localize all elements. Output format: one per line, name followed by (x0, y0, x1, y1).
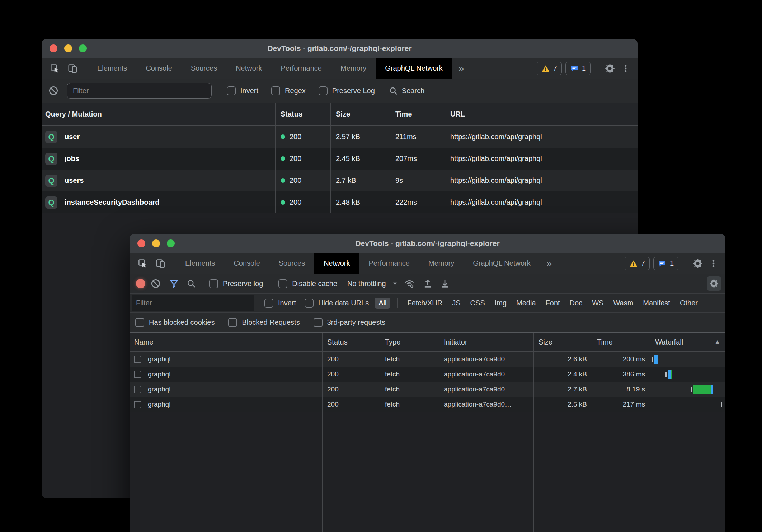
titlebar[interactable]: DevTools - gitlab.com/-/graphql-explorer (42, 39, 638, 58)
invert-checkbox-group[interactable]: Invert (264, 299, 296, 308)
preserve-log-checkbox-group[interactable]: Preserve Log (319, 86, 375, 95)
tab-elements[interactable]: Elements (176, 253, 224, 274)
close-button[interactable] (50, 44, 57, 52)
kebab-menu-icon[interactable] (707, 257, 720, 270)
warnings-badge[interactable]: 7 (625, 257, 650, 270)
column-header-name[interactable]: Name (130, 333, 322, 351)
table-row[interactable]: graphql 200 fetch application-a7ca9d0… 2… (130, 382, 725, 397)
tab-performance[interactable]: Performance (272, 58, 331, 79)
column-header-url[interactable]: URL (445, 103, 638, 125)
invert-checkbox[interactable] (227, 86, 236, 95)
device-toolbar-icon[interactable] (155, 257, 167, 270)
minimize-button[interactable] (64, 44, 72, 52)
record-button[interactable] (136, 279, 145, 288)
throttling-dropdown[interactable]: No throttling (347, 280, 398, 288)
type-filter-css[interactable]: CSS (470, 299, 485, 307)
network-settings-button[interactable] (707, 276, 721, 291)
column-header-time[interactable]: Time (592, 333, 650, 351)
table-row[interactable]: graphql 200 fetch application-a7ca9d0… 2… (130, 397, 725, 412)
type-filter-wasm[interactable]: Wasm (613, 299, 633, 307)
table-row[interactable]: graphql 200 fetch application-a7ca9d0… 2… (130, 367, 725, 382)
row-checkbox[interactable] (134, 371, 141, 378)
column-header-type[interactable]: Type (380, 333, 439, 351)
search-icon[interactable] (185, 277, 197, 290)
tab-memory[interactable]: Memory (331, 58, 376, 79)
initiator-link[interactable]: application-a7ca9d0… (444, 385, 512, 393)
tab-sources[interactable]: Sources (269, 253, 314, 274)
network-conditions-icon[interactable] (403, 277, 415, 290)
table-row[interactable]: Quser 200 2.57 kB 211ms https://gitlab.c… (42, 126, 638, 148)
has-blocked-cookies-checkbox[interactable] (135, 318, 144, 327)
column-header-time[interactable]: Time (390, 103, 445, 125)
type-filter-fetch-xhr[interactable]: Fetch/XHR (407, 299, 442, 307)
warnings-badge[interactable]: 7 (537, 62, 562, 75)
clear-icon[interactable] (47, 85, 60, 97)
filter-input[interactable] (132, 295, 254, 311)
export-har-icon[interactable] (439, 277, 451, 290)
third-party-requests-checkbox[interactable] (314, 318, 323, 327)
regex-checkbox-group[interactable]: Regex (271, 86, 306, 95)
more-tabs-icon[interactable]: » (540, 253, 559, 274)
device-toolbar-icon[interactable] (67, 62, 79, 75)
regex-checkbox[interactable] (271, 86, 280, 95)
invert-checkbox-group[interactable]: Invert (227, 86, 258, 95)
row-checkbox[interactable] (134, 401, 141, 408)
tab-graphql-network[interactable]: GraphQL Network (464, 253, 540, 274)
tab-sources[interactable]: Sources (182, 58, 226, 79)
type-filter-other[interactable]: Other (680, 299, 698, 307)
hide-data-urls-checkbox-group[interactable]: Hide data URLs (305, 299, 369, 308)
settings-gear-icon[interactable] (604, 62, 616, 75)
hide-data-urls-checkbox[interactable] (305, 299, 314, 308)
more-tabs-icon[interactable]: » (452, 58, 471, 79)
column-header-initiator[interactable]: Initiator (439, 333, 533, 351)
type-filter-media[interactable]: Media (516, 299, 536, 307)
column-header-waterfall[interactable]: Waterfall ▲ (650, 333, 725, 351)
type-filter-manifest[interactable]: Manifest (643, 299, 670, 307)
disable-cache-checkbox[interactable] (278, 279, 287, 288)
type-filter-ws[interactable]: WS (592, 299, 603, 307)
row-checkbox[interactable] (134, 386, 141, 393)
inspect-element-icon[interactable] (49, 62, 61, 75)
tab-console[interactable]: Console (136, 58, 181, 79)
preserve-log-checkbox-group[interactable]: Preserve log (209, 279, 263, 288)
settings-gear-icon[interactable] (692, 257, 704, 270)
blocked-requests-checkbox[interactable] (228, 318, 237, 327)
issues-badge[interactable]: 1 (565, 62, 591, 75)
tab-network[interactable]: Network (226, 58, 271, 79)
clear-icon[interactable] (150, 277, 162, 290)
column-header-status[interactable]: Status (275, 103, 330, 125)
table-row[interactable]: Qjobs 200 2.45 kB 207ms https://gitlab.c… (42, 148, 638, 170)
preserve-log-checkbox[interactable] (209, 279, 218, 288)
tab-console[interactable]: Console (224, 253, 269, 274)
filter-input[interactable] (67, 83, 212, 99)
has-blocked-cookies-checkbox-group[interactable]: Has blocked cookies (135, 318, 215, 327)
blocked-requests-checkbox-group[interactable]: Blocked Requests (228, 318, 300, 327)
initiator-link[interactable]: application-a7ca9d0… (444, 400, 512, 408)
tab-graphql-network[interactable]: GraphQL Network (376, 58, 452, 79)
preserve-log-checkbox[interactable] (319, 86, 328, 95)
zoom-button[interactable] (167, 239, 175, 247)
inspect-element-icon[interactable] (137, 257, 149, 270)
tab-network[interactable]: Network (314, 253, 359, 274)
type-filter-js[interactable]: JS (452, 299, 460, 307)
initiator-link[interactable]: application-a7ca9d0… (444, 370, 512, 378)
kebab-menu-icon[interactable] (620, 62, 632, 75)
type-filter-doc[interactable]: Doc (570, 299, 583, 307)
zoom-button[interactable] (79, 44, 87, 52)
close-button[interactable] (137, 239, 145, 247)
invert-checkbox[interactable] (264, 299, 273, 308)
type-filter-all[interactable]: All (375, 298, 390, 309)
table-row[interactable]: QinstanceSecurityDashboard 200 2.48 kB 2… (42, 191, 638, 213)
issues-badge[interactable]: 1 (653, 257, 678, 270)
tab-elements[interactable]: Elements (88, 58, 136, 79)
table-row[interactable]: Qusers 200 2.7 kB 9s https://gitlab.com/… (42, 170, 638, 191)
column-header-status[interactable]: Status (322, 333, 380, 351)
table-row[interactable]: graphql 200 fetch application-a7ca9d0… 2… (130, 352, 725, 367)
column-header-size[interactable]: Size (330, 103, 390, 125)
titlebar[interactable]: DevTools - gitlab.com/-/graphql-explorer (130, 234, 725, 253)
tab-memory[interactable]: Memory (419, 253, 464, 274)
tab-performance[interactable]: Performance (359, 253, 419, 274)
disable-cache-checkbox-group[interactable]: Disable cache (278, 279, 337, 288)
import-har-icon[interactable] (422, 277, 434, 290)
minimize-button[interactable] (152, 239, 160, 247)
